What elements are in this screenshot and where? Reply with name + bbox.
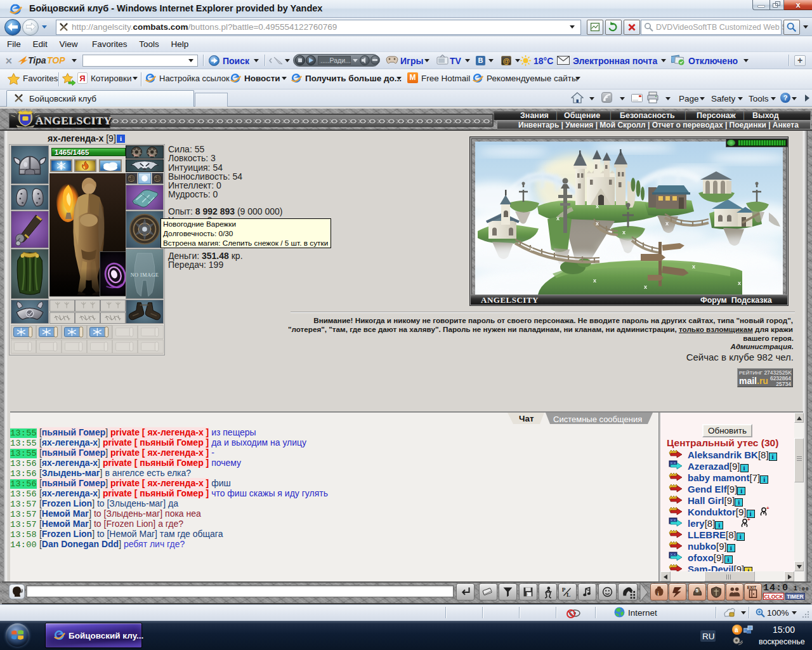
svg-text:P: P (562, 587, 566, 593)
svg-text:L: L (566, 592, 570, 598)
svg-text:+: + (747, 517, 750, 522)
svg-text:i: i (657, 590, 659, 597)
svg-text:NO IMAGE: NO IMAGE (131, 272, 159, 278)
svg-text:EXIT: EXIT (747, 585, 756, 590)
svg-text:5: 5 (696, 588, 698, 594)
svg-text:TOP: TOP (47, 55, 65, 65)
svg-text:Tipa: Tipa (28, 55, 46, 65)
svg-text:+: + (766, 506, 769, 511)
